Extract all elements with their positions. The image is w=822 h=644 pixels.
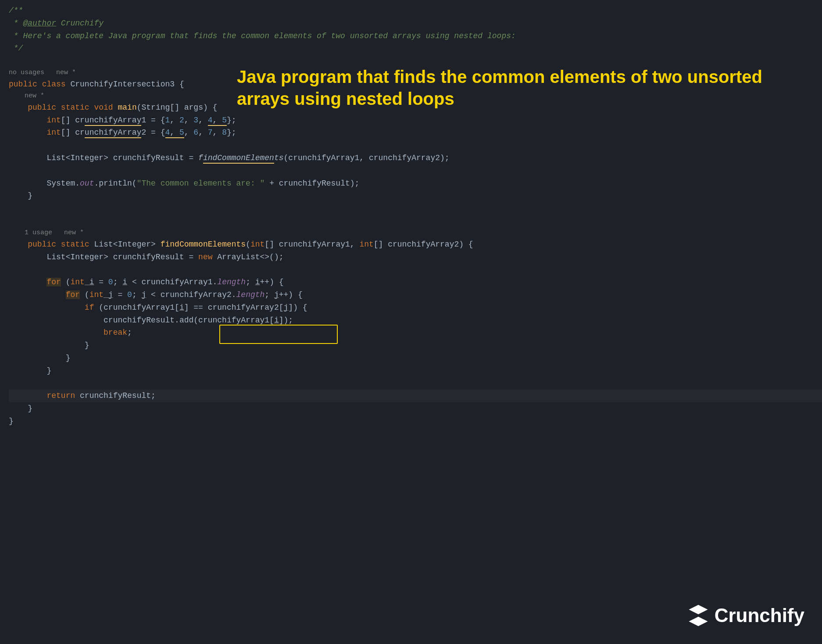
code-line [9,215,822,228]
crunchify-logo-icon [686,604,710,627]
code-line: } [9,365,822,377]
code-line [9,263,822,276]
usage-annotation: 1 usage new * [9,228,822,238]
code-line: } [9,402,822,415]
code-line: public static List<Integer> findCommonEl… [9,238,822,251]
code-line: List<Integer> crunchifyResult = findComm… [9,152,822,165]
code-line: } [9,339,822,352]
code-line [9,139,822,152]
code-line: System.out.println("The common elements … [9,177,822,190]
logo-text: Crunchify [715,600,804,631]
comment-line: * Here's a complete Java program that fi… [9,30,822,43]
usage-annotation: new * [9,91,822,101]
crunchify-logo: Crunchify [686,600,804,631]
code-line: for (int i = 0; i < crunchifyArray1.leng… [9,276,822,289]
code-line: public static void main(String[] args) { [9,101,822,114]
code-line: for (int j = 0; j < crunchifyArray2.leng… [9,289,822,301]
code-line: crunchifyResult.add(crunchifyArray1[i]); [9,314,822,327]
code-line: break; [9,326,822,339]
code-line: int[] crunchifyArray2 = {4, 5, 6, 7, 8}; [9,126,822,139]
code-line [9,55,822,68]
code-line [9,377,822,390]
usage-annotation: no usages new * [9,68,822,78]
code-line: } [9,190,822,202]
comment-line: */ [9,42,822,55]
code-line: public class CrunchifyIntersection3 { [9,78,822,91]
comment-line: /** [9,4,822,17]
code-line: if (crunchifyArray1[i] == crunchifyArray… [9,301,822,314]
code-editor[interactable]: /** * @author Crunchify * Here's a compl… [9,4,822,428]
code-line: } [9,352,822,365]
comment-line: * @author Crunchify [9,17,822,30]
code-line: int[] crunchifyArray1 = {1, 2, 3, 4, 5}; [9,114,822,127]
code-line: } [9,415,822,428]
code-line: List<Integer> crunchifyResult = new Arra… [9,251,822,264]
code-line: return crunchifyResult; [9,390,822,402]
code-line [9,202,822,215]
code-line [9,165,822,177]
